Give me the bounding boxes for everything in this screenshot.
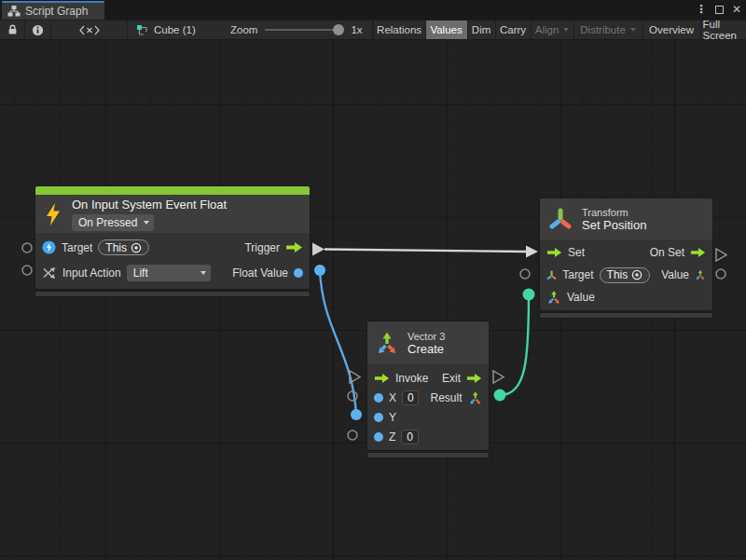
z-input-port[interactable] [348, 430, 357, 440]
maximize-icon[interactable] [715, 6, 724, 14]
value-in-label: Value [567, 291, 595, 304]
close-icon[interactable]: ✕ [732, 3, 741, 16]
object-picker-icon [631, 269, 642, 280]
x-label: X [389, 391, 396, 404]
on-set-flow-arrow-icon[interactable] [690, 247, 706, 258]
align-label: Align [535, 24, 560, 35]
invoke-flow-arrow-icon[interactable] [374, 373, 390, 384]
relations-label: Relations [377, 24, 421, 35]
on-set-output-port[interactable] [716, 249, 726, 261]
target-this-chip[interactable]: This [600, 267, 651, 283]
tab-script-graph[interactable]: Script Graph [2, 1, 104, 20]
node-transform-set-position[interactable]: Transform Set Position Set On Set Targ [539, 198, 713, 319]
event-target-icon [42, 240, 56, 254]
relations-button[interactable]: Relations [373, 20, 425, 39]
y-port[interactable] [374, 413, 383, 422]
float-value-port[interactable] [294, 268, 303, 278]
align-caret-icon [563, 28, 569, 32]
y-label: Y [389, 411, 396, 424]
x-value-field[interactable]: 0 [402, 390, 419, 405]
result-output-port[interactable] [494, 389, 506, 402]
code-view-button[interactable] [51, 20, 128, 39]
node-on-input-system-event-float[interactable]: On Input System Event Float On Pressed [35, 185, 311, 297]
overview-label: Overview [649, 24, 694, 35]
exit-flow-arrow-icon[interactable] [466, 373, 482, 384]
event-accent-bar [35, 186, 310, 195]
distribute-label: Distribute [580, 24, 626, 35]
set-flow-arrow-icon[interactable] [546, 247, 562, 258]
zoom-value: 1x [351, 24, 362, 35]
align-button[interactable]: Align [531, 20, 573, 39]
dropdown-caret-icon [200, 271, 206, 275]
input-action-icon [42, 266, 57, 280]
invoke-label: Invoke [395, 372, 428, 385]
x-input-port[interactable] [348, 391, 357, 401]
object-picker-icon [131, 242, 142, 253]
y-input-port-connected[interactable] [351, 409, 362, 420]
exit-label: Exit [442, 372, 461, 385]
values-button[interactable]: Values [425, 20, 467, 39]
window-menu-icon[interactable]: ⋮ [696, 3, 707, 16]
control-wire[interactable] [325, 250, 526, 253]
node-category: Transform [582, 207, 646, 218]
full-screen-label: Full Screen [703, 19, 744, 41]
target-label: Target [62, 241, 92, 254]
dim-button[interactable]: Dim [467, 20, 495, 39]
dropdown-caret-icon [144, 221, 149, 225]
vector3-mini-icon[interactable] [695, 267, 706, 282]
z-label: Z [389, 430, 395, 444]
on-set-label: On Set [650, 246, 684, 259]
setpos-value-output-port[interactable] [716, 269, 725, 279]
carry-button[interactable]: Carry [495, 20, 531, 39]
input-action-dropdown[interactable]: Lift [127, 265, 211, 281]
full-screen-button[interactable]: Full Screen [700, 20, 746, 39]
value-input-port-connected[interactable] [523, 289, 535, 301]
z-port[interactable] [374, 432, 383, 442]
node-title: Create [408, 342, 445, 356]
info-button[interactable] [25, 20, 51, 39]
graph-icon [7, 6, 21, 17]
exit-output-port[interactable] [493, 371, 504, 383]
distribute-caret-icon [630, 28, 636, 32]
x-port[interactable] [374, 393, 383, 403]
input-action-label: Input Action [62, 266, 121, 280]
control-wire-arrowhead [526, 246, 538, 258]
target-this-value: This [105, 241, 127, 254]
lock-button[interactable] [0, 20, 25, 39]
transform-mini-icon [546, 268, 557, 282]
distribute-button[interactable]: Distribute [573, 20, 642, 39]
zoom-slider[interactable] [265, 29, 343, 31]
event-inputaction-input-port[interactable] [22, 266, 32, 275]
graph-reference-button[interactable]: Cube (1) [128, 20, 210, 39]
z-value-field[interactable]: 0 [401, 430, 419, 444]
event-mode-value: On Pressed [78, 216, 137, 229]
tab-bar: Script Graph ⋮ ✕ [0, 0, 746, 20]
trigger-output-port[interactable] [312, 243, 325, 256]
lightning-icon [44, 202, 62, 226]
transform-icon [548, 207, 573, 231]
vector3-mini-icon[interactable] [468, 390, 483, 405]
event-mode-dropdown[interactable]: On Pressed [72, 214, 154, 231]
float-value-output-port[interactable] [314, 265, 325, 276]
zoom-control: Zoom 1x [210, 20, 373, 39]
set-label: Set [568, 246, 585, 259]
zoom-slider-handle[interactable] [333, 24, 344, 35]
node-footer [35, 291, 311, 297]
vector3-icon [375, 331, 399, 355]
node-vector3-create[interactable]: Vector 3 Create Invoke Exit X [366, 321, 490, 458]
target-this-chip[interactable]: This [98, 239, 149, 255]
result-label: Result [430, 391, 462, 404]
event-target-input-port[interactable] [22, 243, 32, 253]
float-value-wire[interactable] [320, 270, 356, 415]
value-out-label: Value [661, 268, 689, 281]
vector3-mini-icon[interactable] [546, 290, 561, 305]
input-action-value: Lift [133, 266, 148, 280]
overview-button[interactable]: Overview [642, 20, 700, 39]
setpos-target-input-port[interactable] [520, 269, 530, 279]
trigger-flow-arrow-icon[interactable] [285, 241, 303, 253]
window-controls: ⋮ ✕ [696, 3, 741, 16]
script-graph-window: Script Graph ⋮ ✕ [0, 0, 746, 560]
invoke-input-port[interactable] [350, 371, 360, 383]
graph-canvas[interactable]: On Input System Event Float On Pressed [0, 40, 746, 560]
result-wire[interactable] [500, 294, 529, 395]
